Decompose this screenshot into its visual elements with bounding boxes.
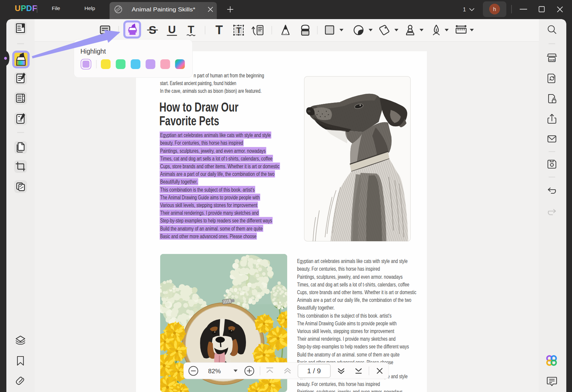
svg-text:Times, cat and dog art sells a: Times, cat and dog art sells a lot of t-… <box>297 281 409 287</box>
svg-text:T: T <box>236 26 241 35</box>
svg-text:Egyptian art celebrates animal: Egyptian art celebrates animals like cat… <box>160 132 271 138</box>
svg-text:Paintings, sculptures, jewelry: Paintings, sculptures, jewelry, and even… <box>297 389 403 392</box>
svg-text:Beautifully together.: Beautifully together. <box>297 305 335 311</box>
svg-text:beauty. For centuries, this ho: beauty. For centuries, this horse has in… <box>297 381 380 387</box>
svg-text:This combination is the subjec: This combination is the subject of this … <box>297 313 392 319</box>
svg-text:n part of human art from the b: n part of human art from the beginning <box>194 72 264 78</box>
svg-text:Favorite Pets: Favorite Pets <box>160 114 219 128</box>
svg-text:Step-by-step examples to help: Step-by-step examples to help readers se… <box>160 217 272 223</box>
svg-text:This combination is the subjec: This combination is the subject of this … <box>160 187 255 193</box>
svg-text:h: h <box>493 6 496 12</box>
svg-text:Animal Painting Skills*: Animal Painting Skills* <box>132 7 195 12</box>
svg-text:The Animal Drawing Guide aims: The Animal Drawing Guide aims to provide… <box>160 194 260 200</box>
svg-text:Animals are a part of our dail: Animals are a part of our daily life, th… <box>297 297 411 303</box>
svg-text:Help: Help <box>84 5 95 11</box>
svg-text:start. Earliest ancient painti: start. Earliest ancient painting, found … <box>160 80 237 86</box>
svg-text:In the cave, animals such as b: In the cave, animals such as bison (biso… <box>160 88 262 94</box>
svg-text:82%: 82% <box>208 368 221 375</box>
svg-text:T: T <box>215 23 223 37</box>
svg-text:Cups, store brands and other i: Cups, store brands and other items. Whet… <box>297 289 417 295</box>
svg-text:Build the anatomy of an animal: Build the anatomy of an animal. some of … <box>297 351 400 357</box>
svg-text:Their animal renderings. I pro: Their animal renderings. I provide many … <box>160 210 259 216</box>
svg-text:U: U <box>15 4 20 13</box>
svg-text:Egyptian art celebrates animal: Egyptian art celebrates animals like cat… <box>297 258 408 264</box>
svg-text:How to Draw Our: How to Draw Our <box>160 100 239 114</box>
svg-text:Paintings, sculptures, jewelry: Paintings, sculptures, jewelry, and even… <box>160 148 266 154</box>
svg-text:Paintings, sculptures, jewelry: Paintings, sculptures, jewelry, and even… <box>297 274 403 280</box>
svg-text:Basic and other more advanced: Basic and other more advanced ones. Plea… <box>160 233 256 239</box>
svg-text:beauty. For centuries, this ho: beauty. For centuries, this horse has in… <box>160 140 243 146</box>
svg-text:T: T <box>188 23 194 36</box>
svg-text:U: U <box>168 23 176 36</box>
svg-text:F: F <box>32 4 37 13</box>
svg-text:1: 1 <box>463 7 466 12</box>
svg-text:P: P <box>21 4 26 13</box>
svg-text:Times, cat and dog art sells a: Times, cat and dog art sells a lot of t-… <box>160 155 272 161</box>
svg-text:beauty. For centuries, this ho: beauty. For centuries, this horse has in… <box>297 266 380 272</box>
svg-text:Various skill levels, stepping: Various skill levels, stepping stones fo… <box>160 202 257 208</box>
svg-text:D: D <box>26 4 32 13</box>
svg-text:OCR: OCR <box>549 59 555 62</box>
svg-text:File: File <box>52 5 60 11</box>
svg-text:Build the anatomy of an animal: Build the anatomy of an animal. some of … <box>160 225 263 232</box>
svg-text:Their animal renderings. I pro: Their animal renderings. I provide many … <box>297 336 396 342</box>
svg-text:Cups, store brands and other i: Cups, store brands and other items. Whet… <box>160 163 279 169</box>
svg-text:1 / 9: 1 / 9 <box>307 367 321 375</box>
svg-text:The Animal Drawing Guide aims: The Animal Drawing Guide aims to provide… <box>297 320 397 326</box>
svg-text:Step-by-step examples to help: Step-by-step examples to help readers se… <box>297 343 409 349</box>
svg-text:Various skill levels, stepping: Various skill levels, stepping stones fo… <box>297 328 394 334</box>
svg-text:Beautifully together.: Beautifully together. <box>160 179 198 185</box>
svg-text:Animals are a part of our dail: Animals are a part of our daily life, th… <box>160 171 274 177</box>
svg-text:Highlight: Highlight <box>80 48 106 55</box>
